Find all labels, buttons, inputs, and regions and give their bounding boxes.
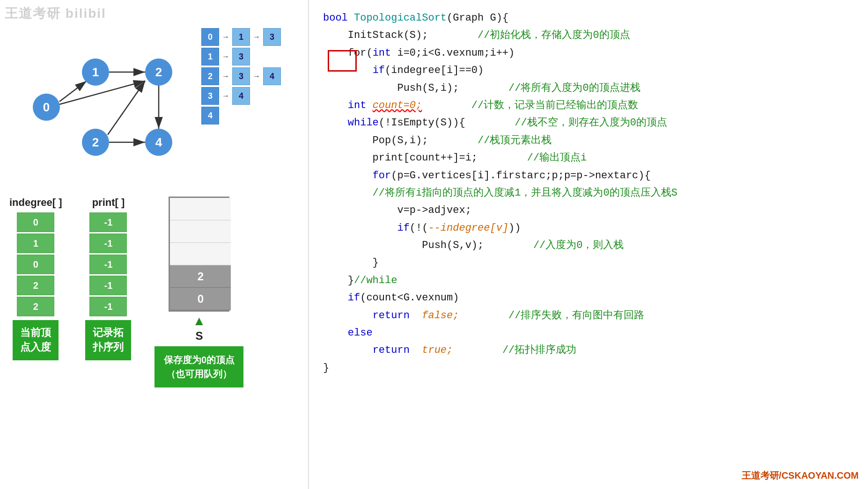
graph-node-0: 0 <box>33 94 60 121</box>
adj-row-3: 3 → 4 <box>201 87 295 105</box>
close-while: }//while <box>323 275 397 286</box>
comment-while: //while <box>354 275 397 286</box>
indegree-label: indegree[ ] <box>9 197 62 209</box>
kw-return1: return <box>373 310 410 321</box>
stack-empty-2 <box>170 220 231 243</box>
code-line-21: } <box>323 359 854 377</box>
code-line-7: while(!IsEmpty(S)){ //栈不空，则存在入度为0的顶点 <box>323 114 854 131</box>
adj-arrow: → <box>253 33 260 41</box>
adj-node-0-1: 1 <box>232 28 250 46</box>
code-line-4: if(indegree[i]==0) <box>323 62 854 79</box>
push2-line: Push(S,v); <box>323 240 484 251</box>
adj-list-area: 0 → 1 → 3 1 → 3 2 → 3 → 4 3 <box>201 28 295 124</box>
graph-node-3: 2 <box>145 58 172 86</box>
print-cell-3: -1 <box>89 276 127 295</box>
kw-bool: bool <box>323 12 354 24</box>
print-cells: -1 -1 -1 -1 -1 <box>89 212 127 316</box>
code-line-20: return true; //拓扑排序成功 <box>323 342 854 359</box>
int-count: int count=0; <box>323 100 422 111</box>
adj-index-0: 0 <box>201 28 219 46</box>
svg-line-4 <box>108 81 145 135</box>
code-line-3: for(int i=0;i<G.vexnum;i++) <box>323 44 854 62</box>
print-cell-2: -1 <box>89 255 127 274</box>
tables-row: indegree[ ] 0 1 0 2 2 当前顶点入度 print[ ] -1… <box>9 197 300 387</box>
adj-node-2-3: 3 <box>232 67 250 85</box>
adj-node-1-3: 3 <box>232 48 250 66</box>
return-true: return true; <box>323 344 453 356</box>
adj-index-2: 2 <box>201 67 219 85</box>
indegree-cells: 0 1 0 2 2 <box>17 212 54 316</box>
comment-11: //将所有i指向的顶点的入度减1，并且将入度减为0的顶点压入栈S <box>323 187 677 199</box>
kw-while: while <box>348 117 379 129</box>
kw-for2: for <box>373 170 391 182</box>
stack-container: 2 0 <box>169 197 229 312</box>
graph-node-1: 1 <box>82 58 109 86</box>
close-for: } <box>323 257 379 269</box>
comment-14: //入度为0，则入栈 <box>484 240 624 251</box>
indegree-cell-2: 0 <box>17 255 54 274</box>
print-section: print[ ] -1 -1 -1 -1 -1 记录拓扑序列 <box>85 197 131 360</box>
adj-arrow: → <box>253 72 260 80</box>
code-line-2: InitStack(S); //初始化栈，存储入度为0的顶点 <box>323 27 854 44</box>
adj-arrow: → <box>222 52 229 61</box>
adj-node-3-4: 4 <box>232 87 250 105</box>
stack-label: S <box>195 329 203 343</box>
code-line-6: int count=0; //计数，记录当前已经输出的顶点数 <box>323 97 854 114</box>
print-caption: 记录拓扑序列 <box>85 320 131 360</box>
comment-7: //栈不空，则存在入度为0的顶点 <box>465 117 667 129</box>
adj-row-0: 0 → 1 → 3 <box>201 28 295 46</box>
adj-node-0-3: 3 <box>263 28 281 46</box>
adj-arrow: → <box>222 92 229 100</box>
indegree-cell-0: 0 <box>17 212 54 232</box>
right-panel: bool TopologicalSort(Graph G){ InitStack… <box>309 0 868 489</box>
adj-index-1: 1 <box>201 48 219 66</box>
comment-18: //排序失败，有向图中有回路 <box>459 310 644 321</box>
stack-section: 2 0 ▲ S 保存度为0的顶点（也可用队列） <box>154 197 243 387</box>
stack-caption: 保存度为0的顶点（也可用队列） <box>154 346 243 387</box>
count-var: count=0; <box>373 100 422 111</box>
kw-int-for: int <box>373 47 391 59</box>
indegree-section: indegree[ ] 0 1 0 2 2 当前顶点入度 <box>9 197 62 360</box>
stack-arrow-icon: ▲ <box>193 314 206 328</box>
adj-index-4: 4 <box>201 107 219 124</box>
while-line: while(!IsEmpty(S)){ <box>323 117 465 129</box>
code-line-18: return false; //排序失败，有向图中有回路 <box>323 307 854 324</box>
graph-area: 0 1 2 2 4 <box>14 19 197 164</box>
kw-if: if <box>373 65 385 76</box>
adj-row-4: 4 <box>201 107 295 124</box>
code-block: bool TopologicalSort(Graph G){ InitStack… <box>323 9 854 377</box>
stack-empty-1 <box>170 198 231 220</box>
comment-9: //输出顶点i <box>478 152 587 164</box>
push-line: Push(S,i); <box>323 82 459 94</box>
svg-line-2 <box>59 81 145 104</box>
code-line-5: Push(S,i); //将所有入度为0的顶点进栈 <box>323 80 854 97</box>
stack-cell-2: 2 <box>170 265 231 288</box>
print-cell-1: -1 <box>89 234 127 253</box>
val-false: false; <box>422 310 459 321</box>
val-true: true; <box>422 344 453 356</box>
indegree-cell-3: 2 <box>17 276 54 295</box>
if2-line: if(!(--indegree[v])) <box>323 222 521 234</box>
if-count: if(count<G.vexnum) <box>323 292 459 304</box>
code-line-14: Push(S,v); //入度为0，则入栈 <box>323 237 854 254</box>
kw-return2: return <box>373 344 410 356</box>
close-func: } <box>323 362 329 374</box>
print-cell-4: -1 <box>89 297 127 316</box>
adj-node-2-4: 4 <box>263 67 281 85</box>
adj-index-3: 3 <box>201 87 219 105</box>
kw-if3: if <box>348 292 360 304</box>
for2-line: for(p=G.vertices[i].firstarc;p;p=p->next… <box>323 170 651 182</box>
comment-6: //计数，记录当前已经输出的顶点数 <box>422 100 638 111</box>
comment-20: //拓扑排序成功 <box>453 344 576 356</box>
code-line-17: if(count<G.vexnum) <box>323 289 854 307</box>
indegree-cell-4: 2 <box>17 297 54 316</box>
stack-cell-0: 0 <box>170 288 231 310</box>
func-sig: (Graph G){ <box>447 12 508 24</box>
for-line: for(int i=0;i<G.vexnum;i++) <box>323 47 515 59</box>
code-line-1: bool TopologicalSort(Graph G){ <box>323 9 854 27</box>
code-line-8: Pop(S,i); //栈顶元素出栈 <box>323 132 854 149</box>
kw-int: int <box>348 100 373 111</box>
code-line-11: //将所有i指向的顶点的入度减1，并且将入度减为0的顶点压入栈S <box>323 184 854 202</box>
if-line: if(indegree[i]==0) <box>323 65 484 76</box>
func-name: TopologicalSort <box>354 12 447 24</box>
